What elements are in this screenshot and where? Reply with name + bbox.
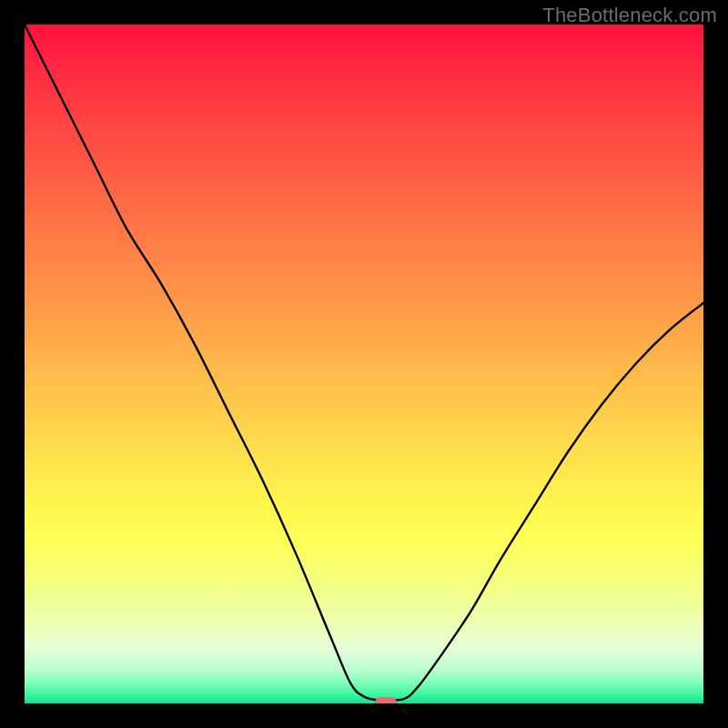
plot-area (25, 25, 703, 703)
watermark: TheBottleneck.com (542, 4, 717, 27)
chart-container: TheBottleneck.com (0, 0, 728, 728)
minimum-marker (375, 697, 397, 704)
bottleneck-curve (25, 25, 703, 703)
